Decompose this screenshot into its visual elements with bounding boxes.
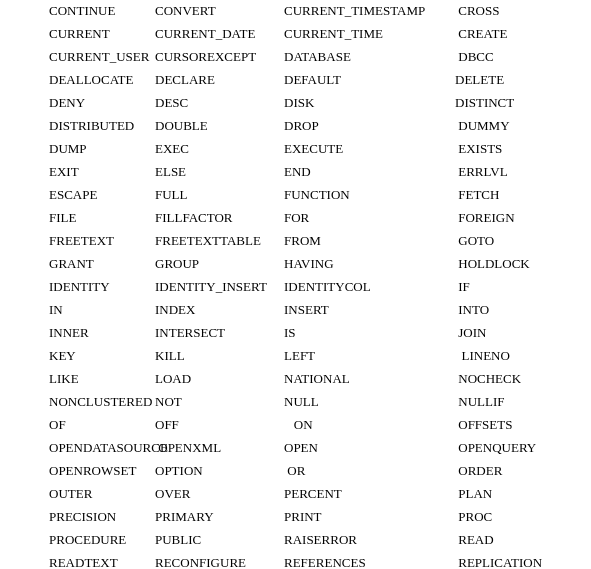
keyword-cell: REPLICATION — [455, 552, 591, 569]
keyword-cell: DECLARE — [155, 69, 284, 92]
keyword-cell: IDENTITY_INSERT — [155, 276, 284, 299]
keyword-text: IF — [455, 279, 470, 294]
keyword-text: LOAD — [155, 371, 191, 386]
keyword-text: NATIONAL — [284, 371, 350, 386]
keyword-cell: IDENTITYCOL — [284, 276, 455, 299]
keyword-cell: FILE — [0, 207, 155, 230]
table-row: DEALLOCATEDECLAREDEFAULTDELETE — [0, 69, 591, 92]
keyword-text: FUNCTION — [284, 187, 350, 202]
keyword-cell: INTO — [455, 299, 591, 322]
keyword-cell: LINENO — [455, 345, 591, 368]
keyword-cell: FULL — [155, 184, 284, 207]
keyword-cell: REFERENCES — [284, 552, 455, 569]
keyword-cell: DBCC — [455, 46, 591, 69]
keyword-text: PLAN — [455, 486, 492, 501]
keyword-text: INDEX — [155, 302, 195, 317]
table-row: OPENDATASOURCE OPENXMLOPEN OPENQUERY — [0, 437, 591, 460]
keyword-cell: FILLFACTOR — [155, 207, 284, 230]
keyword-cell: PRINT — [284, 506, 455, 529]
keyword-cell: CREATE — [455, 23, 591, 46]
keyword-cell: OPEN — [284, 437, 455, 460]
keyword-cell: FETCH — [455, 184, 591, 207]
keyword-text: ORDER — [455, 463, 502, 478]
keyword-text: CURRENT_TIME — [284, 26, 383, 41]
keyword-cell: NOCHECK — [455, 368, 591, 391]
keyword-text: INNER — [49, 325, 89, 340]
table-row: ESCAPEFULLFUNCTION FETCH — [0, 184, 591, 207]
keyword-text: EXEC — [155, 141, 189, 156]
keyword-text: CONTINUE — [49, 3, 115, 18]
keyword-cell: ORDER — [455, 460, 591, 483]
table-row: IDENTITYIDENTITY_INSERTIDENTITYCOL IF — [0, 276, 591, 299]
keyword-cell: PROCEDURE — [0, 529, 155, 552]
keyword-text: PRIMARY — [155, 509, 214, 524]
keyword-text: FREETEXT — [49, 233, 114, 248]
keyword-cell: FREETEXT — [0, 230, 155, 253]
keyword-text: FOR — [284, 210, 309, 225]
keyword-cell: IDENTITY — [0, 276, 155, 299]
keyword-text: DROP — [284, 118, 319, 133]
keyword-text: DESC — [155, 95, 188, 110]
keyword-cell: RAISERROR — [284, 529, 455, 552]
table-row: ININDEXINSERT INTO — [0, 299, 591, 322]
keyword-text: PROC — [455, 509, 492, 524]
keyword-cell: OFFSETS — [455, 414, 591, 437]
keyword-cell: PLAN — [455, 483, 591, 506]
keyword-cell: EXEC — [155, 138, 284, 161]
keyword-cell: ELSE — [155, 161, 284, 184]
keyword-cell: INNER — [0, 322, 155, 345]
keyword-cell: DATABASE — [284, 46, 455, 69]
keyword-cell: CURSOREXCEPT — [155, 46, 284, 69]
keyword-cell: IS — [284, 322, 455, 345]
keyword-text: INTO — [455, 302, 489, 317]
keyword-text: HOLDLOCK — [455, 256, 530, 271]
keyword-text: EXECUTE — [284, 141, 343, 156]
table-row: DENYDESCDISKDISTINCT — [0, 92, 591, 115]
keyword-cell: DESC — [155, 92, 284, 115]
table-row: DISTRIBUTEDDOUBLEDROP DUMMY — [0, 115, 591, 138]
keyword-text: RECONFIGURE — [155, 555, 246, 569]
keyword-text: LEFT — [284, 348, 315, 363]
keyword-cell: OVER — [155, 483, 284, 506]
keyword-cell: FREETEXTTABLE — [155, 230, 284, 253]
keyword-text: HAVING — [284, 256, 334, 271]
keyword-cell: ESCAPE — [0, 184, 155, 207]
table-row: READTEXTRECONFIGUREREFERENCES REPLICATIO… — [0, 552, 591, 569]
table-row: OFOFF ON OFFSETS — [0, 414, 591, 437]
keyword-text: OPENXML — [155, 440, 221, 455]
keyword-text: OPEN — [284, 440, 318, 455]
table-row: INNERINTERSECTIS JOIN — [0, 322, 591, 345]
keyword-text: CURRENT_TIMESTAMP — [284, 3, 425, 18]
keyword-cell: CURRENT_TIMESTAMP — [284, 0, 455, 23]
keyword-cell: DISTINCT — [455, 92, 591, 115]
keyword-text: READ — [455, 532, 494, 547]
keyword-cell: JOIN — [455, 322, 591, 345]
keyword-cell: KILL — [155, 345, 284, 368]
keyword-text: CURRENT — [49, 26, 110, 41]
keyword-text: OUTER — [49, 486, 92, 501]
keyword-cell: CURRENT_TIME — [284, 23, 455, 46]
keyword-cell: FROM — [284, 230, 455, 253]
table-row: CURRENTCURRENT_DATECURRENT_TIME CREATE — [0, 23, 591, 46]
keyword-cell: EXISTS — [455, 138, 591, 161]
keyword-cell: HAVING — [284, 253, 455, 276]
keyword-text: NONCLUSTERED — [49, 394, 152, 409]
table-row: OPENROWSETOPTION OR ORDER — [0, 460, 591, 483]
keyword-text: IDENTITY_INSERT — [155, 279, 267, 294]
keyword-cell: DEFAULT — [284, 69, 455, 92]
keyword-text: DUMP — [49, 141, 87, 156]
table-row: LIKELOADNATIONAL NOCHECK — [0, 368, 591, 391]
keyword-cell: NONCLUSTERED — [0, 391, 155, 414]
keyword-text: OPTION — [155, 463, 203, 478]
keyword-text: OF — [49, 417, 66, 432]
keyword-text: DEFAULT — [284, 72, 341, 87]
keyword-text: DECLARE — [155, 72, 215, 87]
table-row: GRANTGROUPHAVING HOLDLOCK — [0, 253, 591, 276]
keyword-cell: PROC — [455, 506, 591, 529]
keyword-cell: DELETE — [455, 69, 591, 92]
keyword-cell: OF — [0, 414, 155, 437]
table-row: FILEFILLFACTORFOR FOREIGN — [0, 207, 591, 230]
keyword-cell: FOREIGN — [455, 207, 591, 230]
keyword-text: GROUP — [155, 256, 199, 271]
keyword-cell: CURRENT_USER — [0, 46, 155, 69]
